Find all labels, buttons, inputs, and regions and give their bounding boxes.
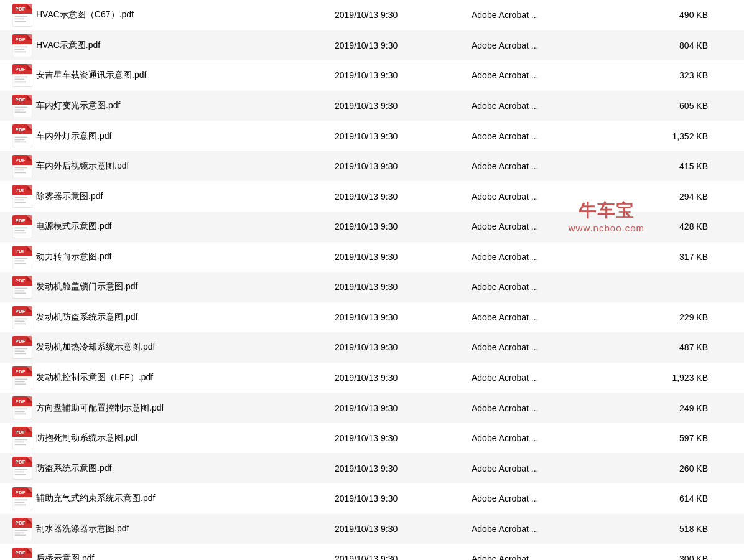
table-row[interactable]: PDF 动力转向示意图.pdf2019/10/13 9:30Adobe Acro… [0,242,744,273]
table-row[interactable]: PDF 车内灯变光示意图.pdf2019/10/13 9:30Adobe Acr… [0,91,744,121]
file-size: 317 KB [646,252,720,262]
table-row[interactable]: PDF 防盗系统示意图.pdf2019/10/13 9:30Adobe Acro… [0,453,744,483]
svg-rect-105 [14,348,27,350]
table-row[interactable]: PDF 发动机舱盖锁门示意图.pdf2019/10/13 9:30Adobe A… [0,272,744,302]
svg-rect-88 [14,290,24,291]
svg-text:PDF: PDF [16,339,26,345]
svg-text:PDF: PDF [16,37,26,42]
svg-rect-25 [14,79,24,80]
file-name: 动力转向示意图.pdf [36,251,335,263]
svg-rect-159 [14,530,27,531]
pdf-icon: PDF [12,518,32,541]
file-type: Adobe Acrobat ... [472,312,646,322]
file-name: 车内灯变光示意图.pdf [36,100,335,111]
table-row[interactable]: PDF 方向盘辅助可配置控制示意图.pdf2019/10/13 9:30Adob… [0,393,744,423]
file-type: Adobe Acrobat ... [472,524,646,534]
file-type: Adobe Acrobat ... [472,403,646,413]
file-date: 2019/10/13 9:30 [335,222,472,231]
file-size: 300 KB [646,554,720,560]
svg-rect-60 [14,197,27,198]
file-date: 2019/10/13 9:30 [335,131,472,141]
file-size: 605 KB [646,101,720,111]
svg-rect-80 [14,263,26,264]
svg-rect-143 [14,474,26,475]
pdf-icon: PDF [12,548,32,560]
svg-rect-53 [14,172,26,173]
table-row[interactable]: PDF HVAC示意图（C67）.pdf2019/10/13 9:30Adobe… [0,0,744,30]
file-name: 发动机舱盖锁门示意图.pdf [36,281,335,292]
pdf-icon: PDF [12,124,32,147]
svg-text:PDF: PDF [16,218,26,223]
file-date: 2019/10/13 9:30 [335,192,472,202]
table-row[interactable]: PDF HVAC示意图.pdf2019/10/13 9:30Adobe Acro… [0,30,744,61]
file-date: 2019/10/13 9:30 [335,464,472,474]
table-row[interactable]: PDF 除雾器示意图.pdf2019/10/13 9:30Adobe Acrob… [0,181,744,212]
file-name: 发动机控制示意图（LFF）.pdf [36,372,335,383]
table-row[interactable]: PDF 后桥示意图.pdf2019/10/13 9:30Adobe Acroba… [0,544,744,560]
svg-rect-52 [14,169,24,170]
table-row[interactable]: PDF 刮水器洗涤器示意图.pdf2019/10/13 9:30Adobe Ac… [0,514,744,544]
svg-rect-71 [14,232,26,233]
svg-rect-51 [14,167,27,168]
pdf-icon: PDF [12,155,32,178]
svg-rect-87 [14,287,27,289]
file-size: 614 KB [646,493,720,503]
svg-text:PDF: PDF [16,369,26,375]
svg-rect-132 [14,439,27,440]
file-size: 323 KB [646,70,720,80]
table-row[interactable]: PDF 安吉星车载资通讯示意图.pdf2019/10/13 9:30Adobe … [0,60,744,91]
file-type: Adobe Acrobat ... [472,464,646,474]
file-date: 2019/10/13 9:30 [335,554,472,560]
svg-rect-123 [14,409,27,410]
svg-text:PDF: PDF [16,67,26,73]
file-size: 1,352 KB [646,131,720,141]
file-date: 2019/10/13 9:30 [335,373,472,383]
svg-rect-89 [14,292,26,294]
svg-text:PDF: PDF [16,520,26,526]
file-type: Adobe Acrobat ... [472,342,646,352]
pdf-icon: PDF [12,34,32,57]
pdf-icon: PDF [12,457,32,480]
svg-text:PDF: PDF [16,97,26,103]
svg-text:PDF: PDF [16,309,26,314]
file-date: 2019/10/13 9:30 [335,312,472,322]
pdf-icon: PDF [12,366,32,390]
table-row[interactable]: PDF 车内外灯示意图.pdf2019/10/13 9:30Adobe Acro… [0,121,744,151]
svg-rect-114 [14,378,27,380]
file-type: Adobe Acrobat ... [472,222,646,231]
file-date: 2019/10/13 9:30 [335,101,472,111]
svg-text:PDF: PDF [16,460,26,465]
table-row[interactable]: PDF 发动机加热冷却系统示意图.pdf2019/10/13 9:30Adobe… [0,332,744,363]
file-name: HVAC示意图.pdf [36,40,335,51]
file-name: 发动机加热冷却系统示意图.pdf [36,342,335,353]
file-date: 2019/10/13 9:30 [335,403,472,413]
file-name: 辅助充气式约束系统示意图.pdf [36,493,335,504]
table-row[interactable]: PDF 发动机防盗系统示意图.pdf2019/10/13 9:30Adobe A… [0,302,744,333]
pdf-icon: PDF [12,95,32,118]
table-row[interactable]: PDF 车内外后视镜示意图.pdf2019/10/13 9:30Adobe Ac… [0,151,744,182]
svg-rect-7 [14,18,24,19]
svg-rect-115 [14,381,24,382]
table-row[interactable]: PDF 发动机控制示意图（LFF）.pdf2019/10/13 9:30Adob… [0,363,744,393]
svg-rect-151 [14,502,24,503]
svg-rect-8 [14,21,26,22]
svg-rect-42 [14,137,27,138]
svg-rect-34 [14,109,24,110]
file-type: Adobe Acrobat ... [472,161,646,171]
file-size: 415 KB [646,161,720,171]
table-row[interactable]: PDF 防抱死制动系统示意图.pdf2019/10/13 9:30Adobe A… [0,423,744,454]
svg-rect-15 [14,46,27,47]
file-name: 刮水器洗涤器示意图.pdf [36,523,335,534]
pdf-icon: PDF [12,64,32,87]
svg-rect-70 [14,230,24,231]
table-row[interactable]: PDF 辅助充气式约束系统示意图.pdf2019/10/13 9:30Adobe… [0,483,744,514]
svg-rect-124 [14,411,24,413]
svg-rect-134 [14,444,26,445]
pdf-icon: PDF [12,276,32,299]
svg-rect-142 [14,472,24,473]
file-size: 428 KB [646,222,720,231]
file-date: 2019/10/13 9:30 [335,252,472,262]
svg-rect-141 [14,469,27,470]
svg-rect-96 [14,318,27,319]
table-row[interactable]: PDF 电源模式示意图.pdf2019/10/13 9:30Adobe Acro… [0,212,744,242]
